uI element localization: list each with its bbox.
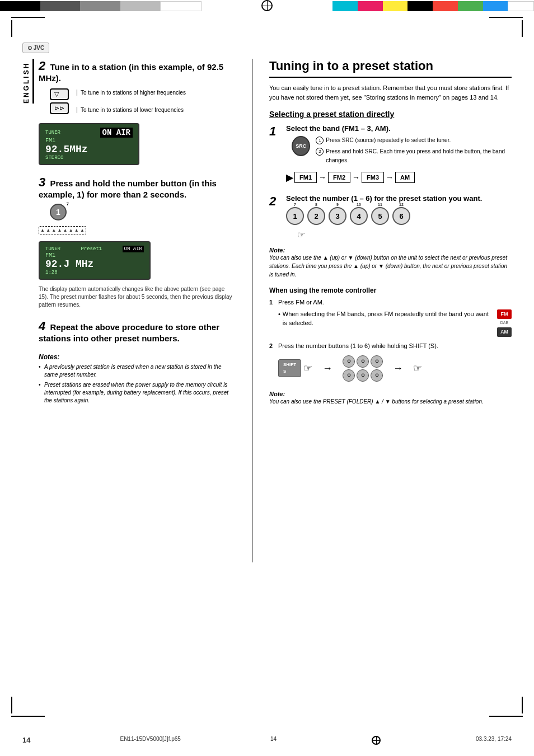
up-arrow-btn[interactable]: ⊳⊳ [50, 102, 69, 114]
intro-text: You can easily tune in to a preset stati… [269, 83, 512, 102]
preset-btn-5[interactable]: 115 [371, 207, 389, 225]
notes-section: Notes: A previously preset station is er… [39, 353, 235, 405]
number-button-icon: 1 7 [50, 204, 235, 220]
hand-icon-2: ☞ [413, 361, 422, 376]
num-btn-6[interactable]: ⊙ [371, 369, 383, 382]
right-step-1-title: Select the band (FM1 – 3, AM). [286, 124, 512, 133]
arrow-icon: → [322, 361, 332, 376]
display-screen-2: TUNER Preset1 ON AIR FM1 92.J MHz 1:28 [39, 241, 151, 280]
src-instruction-2: 2 Press and hold SRC. Each time you pres… [316, 147, 512, 165]
display-tuner-label: TUNER [45, 130, 60, 135]
right-column: Tuning in to a preset station You can ea… [269, 59, 512, 562]
fm-am-buttons: FM DAB AM [497, 309, 512, 337]
right-step-1-content: Select the band (FM1 – 3, AM). SRC 1 Pre… [286, 124, 512, 187]
step-3-header: 3 Press and hold the number button (in t… [39, 175, 235, 199]
tune-diagram: ▽ ⊳⊳ To tune in to stations of higher fr… [50, 88, 235, 114]
num-btn-1[interactable]: ⊙ [343, 355, 355, 368]
step-3-caption: The display pattern automatically change… [39, 285, 235, 309]
display-freq: 92.5MHz [45, 144, 133, 155]
notes-list: A previously preset station is erased wh… [39, 363, 235, 405]
shift-hand-icon: ☞ [303, 361, 312, 376]
right-step-2-title: Select the number (1 – 6) for the preset… [286, 194, 512, 203]
right-step-2-num: 2 [269, 194, 283, 209]
step-4-title: Repeat the above procedure to store othe… [39, 322, 219, 343]
preset-btn-2[interactable]: 82 [307, 207, 325, 225]
notes-title: Notes: [39, 353, 235, 361]
shift-button[interactable]: SHIFTS [278, 359, 301, 377]
section-title: Tuning in to a preset station [269, 59, 512, 78]
display2-freq: 92.J MHz [45, 259, 144, 270]
am-button[interactable]: AM [497, 327, 512, 337]
note-2-block: Note: You can also use the PRESET (FOLDE… [269, 391, 512, 406]
num-btn-5[interactable]: ⊙ [357, 369, 369, 382]
display2-time: 1:28 [45, 270, 144, 275]
note-1-title: Note: [269, 247, 512, 253]
step-3-number: 3 [39, 175, 45, 189]
down-arrow-btn[interactable]: ▽ [50, 88, 69, 100]
shift-diagram: SHIFTS ☞ → ⊙ ⊙ ⊙ ⊙ ⊙ ⊙ [278, 355, 512, 382]
src-instructions: 1 Press SRC (source) repeatedly to selec… [316, 136, 512, 167]
note-item-2: Preset stations are erased when the powe… [39, 381, 235, 405]
note-1-text: You can also use the ▲ (up) or ▼ (down) … [269, 253, 512, 279]
right-step-2: 2 Select the number (1 – 6) for the pres… [269, 194, 512, 240]
lower-freq-label: To tune in to stations of lower frequenc… [77, 107, 186, 113]
step-4-header: 4 Repeat the above procedure to store ot… [39, 319, 235, 343]
display2-tuner: TUNER [45, 246, 60, 252]
preset-btn-3[interactable]: 93 [329, 207, 346, 225]
page-number: 14 [22, 736, 30, 745]
remote-section-title: When using the remote controller [269, 287, 512, 294]
column-divider [252, 59, 252, 562]
footer-left: EN11-15DV5000[J]f.p65 [120, 736, 180, 745]
src-instruction-1: 1 Press SRC (source) repeatedly to selec… [316, 136, 512, 145]
display-screen-2-wrapper: ▲ ▲ ▲ ▲ ▲ ▲ ▲ ▲ TUNER Preset1 ON AIR FM1… [39, 225, 235, 280]
step-4-number: 4 [39, 319, 45, 333]
display2-band: FM1 [45, 252, 144, 259]
preset-btn-1[interactable]: 71 [286, 207, 304, 225]
src-button[interactable]: SRC [292, 136, 310, 156]
remote-step-2: 2 Press the number buttons (1 to 6) whil… [269, 341, 512, 386]
display-on-air: ON AIR [100, 128, 133, 138]
step-2-header: 2 Tune in to a station (in this example,… [39, 59, 235, 83]
preset-btn-4[interactable]: 104 [350, 207, 368, 225]
higher-freq-label: To tune in to stations of higher frequen… [77, 90, 186, 96]
note-2-text: You can also use the PRESET (FOLDER) ▲ /… [269, 397, 512, 406]
remote-section: When using the remote controller 1 Press… [269, 287, 512, 406]
preset-buttons: 71 82 93 104 115 [286, 207, 512, 225]
right-step-1-num: 1 [269, 124, 283, 139]
preset-btn-6[interactable]: 126 [392, 207, 410, 225]
display-screen-1: TUNER ON AIR FM1 92.5MHz STEREO [39, 123, 139, 165]
logo: ⊙ JVC [22, 43, 49, 53]
step-4-block: 4 Repeat the above procedure to store ot… [39, 319, 235, 343]
footer-center: 14 [270, 736, 277, 745]
remote-step-1: 1 Press FM or AM. • When selecting the F… [269, 298, 512, 337]
note-2-title: Note: [269, 391, 512, 397]
step-2-number: 2 [39, 59, 45, 73]
step-3-block: 3 Press and hold the number button (in t… [39, 175, 235, 309]
reg-mark-bottom [372, 736, 381, 745]
num-btn-2[interactable]: ⊙ [357, 355, 369, 368]
language-label: ENGLISH [22, 59, 34, 104]
display-band: FM1 [45, 138, 133, 144]
display-stereo: STEREO [45, 155, 133, 161]
note-1-block: Note: You can also use the ▲ (up) or ▼ (… [269, 247, 512, 279]
step-2-block: 2 Tune in to a station (in this example,… [39, 59, 235, 165]
display2-preset: Preset1 [81, 246, 102, 252]
step-3-title: Press and hold the number button (in thi… [39, 179, 217, 199]
step-2-title: Tune in to a station (in this example, o… [39, 62, 223, 83]
fm-band-diagram: ▶ FM1 → FM2 → FM3 → AM [286, 172, 512, 183]
num-btn-3[interactable]: ⊙ [371, 355, 383, 368]
note-item-1: A previously preset station is erased wh… [39, 363, 235, 379]
right-step-2-content: Select the number (1 – 6) for the preset… [286, 194, 512, 240]
num-btn-4[interactable]: ⊙ [343, 369, 355, 382]
footer-right: 03.3.23, 17:24 [476, 736, 512, 745]
right-step-1: 1 Select the band (FM1 – 3, AM). SRC 1 P… [269, 124, 512, 187]
arrow-icon-2: → [393, 361, 403, 376]
number-buttons-grid: ⊙ ⊙ ⊙ ⊙ ⊙ ⊙ [343, 355, 383, 382]
fm-button[interactable]: FM [497, 309, 512, 320]
display2-status: ON AIR [123, 246, 144, 252]
cursor-icon: ☞ [297, 229, 512, 240]
src-diagram: SRC 1 Press SRC (source) repeatedly to s… [292, 136, 512, 167]
subsection-title: Selecting a preset station directly [269, 110, 512, 119]
